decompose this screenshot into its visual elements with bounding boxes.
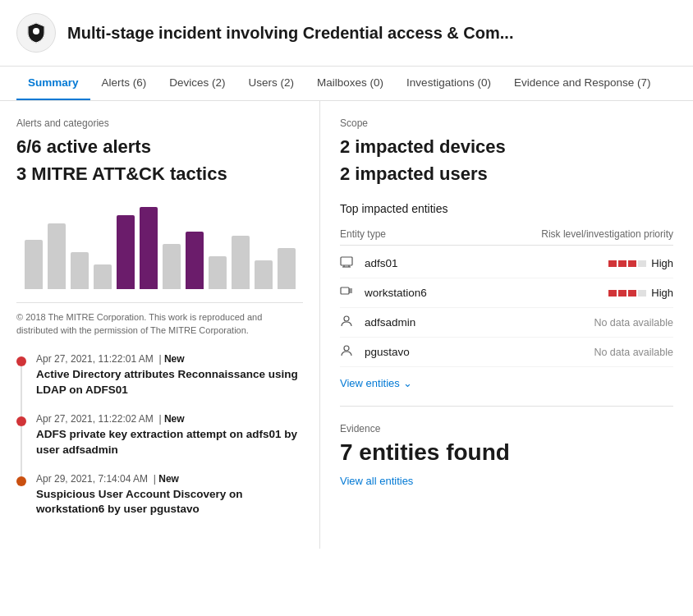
risk-bar-4 xyxy=(638,290,646,297)
active-alerts-stat: 6/6 active alerts xyxy=(16,136,303,159)
entities-section-title: Top impacted entities xyxy=(340,202,673,215)
svg-rect-5 xyxy=(341,287,349,294)
timeline-item: Apr 29, 2021, 7:14:04 AM | New Suspiciou… xyxy=(16,473,303,518)
entities-section: Top impacted entities Entity type Risk l… xyxy=(340,202,673,389)
evidence-section: Evidence 7 entities found View all entit… xyxy=(340,406,673,487)
view-entities-button[interactable]: View entities ⌄ xyxy=(340,377,673,389)
chart-bar xyxy=(278,248,296,289)
risk-bar-1 xyxy=(608,260,617,267)
page-header: Multi-stage incident involving Credentia… xyxy=(0,0,693,67)
entity-name: adfs01 xyxy=(365,257,608,269)
mitre-tactics-stat: 3 MITRE ATT&CK tactics xyxy=(16,163,303,186)
view-all-entities-link[interactable]: View all entities xyxy=(340,475,413,487)
entity-type-header: Entity type xyxy=(340,228,386,240)
chart-bar xyxy=(25,240,43,289)
alert-meta: Apr 27, 2021, 11:22:02 AM | New xyxy=(36,413,303,425)
tab-investigations[interactable]: Investigations (0) xyxy=(395,67,503,100)
entity-name: workstation6 xyxy=(365,287,608,299)
entity-risk: High xyxy=(608,287,673,299)
alert-dot-orange xyxy=(16,476,26,486)
incident-icon xyxy=(16,13,56,53)
chart-bar xyxy=(117,215,135,289)
entity-risk: High xyxy=(608,257,673,269)
device-icon xyxy=(340,285,356,301)
alerts-timeline: Apr 27, 2021, 11:22:01 AM | New Active D… xyxy=(16,353,303,517)
entity-row[interactable]: workstation6 High xyxy=(340,278,673,308)
page-title: Multi-stage incident involving Credentia… xyxy=(67,24,513,43)
entities-found-stat: 7 entities found xyxy=(340,439,673,466)
tab-evidence-response[interactable]: Evidence and Response (7) xyxy=(503,67,663,100)
tab-users[interactable]: Users (2) xyxy=(237,67,306,100)
risk-bar-2 xyxy=(618,290,626,297)
chart-bar xyxy=(48,223,66,289)
risk-bar-2 xyxy=(618,260,626,267)
device-icon xyxy=(340,255,356,271)
chart-bar xyxy=(255,260,273,289)
right-panel: Scope 2 impacted devices 2 impacted user… xyxy=(320,101,693,549)
mitre-chart xyxy=(16,199,303,289)
alerts-section-label: Alerts and categories xyxy=(16,117,303,129)
main-content: Alerts and categories 6/6 active alerts … xyxy=(0,101,693,549)
svg-rect-1 xyxy=(341,257,352,265)
timeline-item: Apr 27, 2021, 11:22:02 AM | New ADFS pri… xyxy=(16,413,303,458)
risk-bar-3 xyxy=(628,290,636,297)
alert-title[interactable]: Active Directory attributes Reconnaissan… xyxy=(36,367,303,398)
risk-bars xyxy=(608,260,646,267)
entity-name: adfsadmin xyxy=(365,316,594,329)
risk-level-header: Risk level/investigation priority xyxy=(541,228,673,240)
tab-alerts[interactable]: Alerts (6) xyxy=(90,67,158,100)
navigation-tabs: Summary Alerts (6) Devices (2) Users (2)… xyxy=(0,67,693,101)
shield-icon xyxy=(25,21,48,44)
impacted-devices-stat: 2 impacted devices xyxy=(340,136,673,159)
alert-meta: Apr 29, 2021, 7:14:04 AM | New xyxy=(36,473,303,485)
chart-bar xyxy=(140,207,158,289)
alert-title[interactable]: ADFS private key extraction attempt on a… xyxy=(36,427,303,458)
risk-bar-1 xyxy=(608,290,617,297)
alert-dot-red xyxy=(16,356,26,366)
tab-mailboxes[interactable]: Mailboxes (0) xyxy=(305,67,395,100)
risk-bar-3 xyxy=(628,260,636,267)
alert-dot-red xyxy=(16,416,26,426)
alert-title[interactable]: Suspicious User Account Discovery on wor… xyxy=(36,487,303,518)
svg-point-9 xyxy=(344,316,349,321)
svg-point-10 xyxy=(344,346,349,351)
tab-devices[interactable]: Devices (2) xyxy=(158,67,236,100)
impacted-users-stat: 2 impacted users xyxy=(340,163,673,186)
svg-point-0 xyxy=(33,28,39,34)
entity-row[interactable]: adfsadmin No data available xyxy=(340,308,673,338)
entity-row[interactable]: pgustavo No data available xyxy=(340,338,673,367)
chart-bar xyxy=(209,256,227,289)
entity-row[interactable]: adfs01 High xyxy=(340,249,673,278)
chart-bar xyxy=(163,244,181,289)
evidence-label: Evidence xyxy=(340,423,673,434)
entity-name: pgustavo xyxy=(365,346,594,358)
scope-label: Scope xyxy=(340,117,673,129)
chart-bar xyxy=(232,236,250,289)
risk-bars xyxy=(608,290,646,297)
chart-bar xyxy=(94,264,112,289)
chevron-down-icon: ⌄ xyxy=(403,377,412,389)
user-icon xyxy=(340,344,356,360)
entity-risk: No data available xyxy=(594,347,673,358)
chart-bar xyxy=(71,252,89,289)
chart-bar xyxy=(186,232,204,289)
mitre-copyright: © 2018 The MITRE Corporation. This work … xyxy=(16,302,303,337)
user-icon xyxy=(340,315,356,330)
risk-bar-4 xyxy=(638,260,646,267)
tab-summary[interactable]: Summary xyxy=(16,67,90,100)
entities-table-header: Entity type Risk level/investigation pri… xyxy=(340,223,673,246)
entity-risk: No data available xyxy=(594,317,673,329)
alert-meta: Apr 27, 2021, 11:22:01 AM | New xyxy=(36,353,303,365)
left-panel: Alerts and categories 6/6 active alerts … xyxy=(0,101,320,549)
timeline-item: Apr 27, 2021, 11:22:01 AM | New Active D… xyxy=(16,353,303,398)
